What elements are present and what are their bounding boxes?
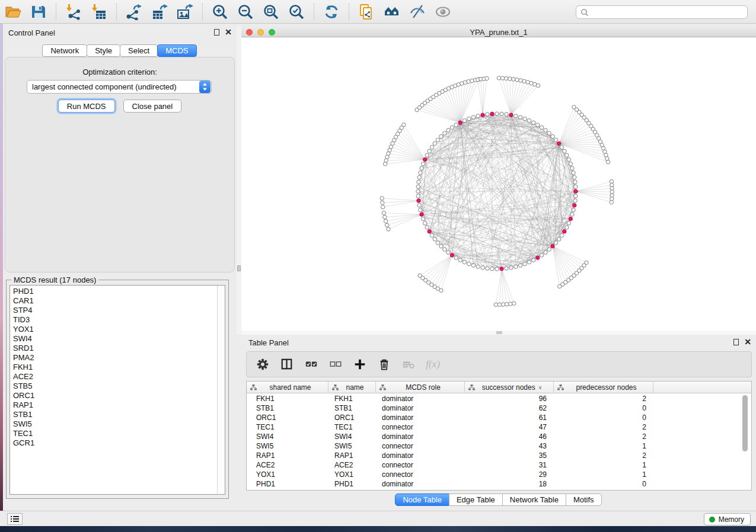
mcds-result-title: MCDS result (17 nodes) bbox=[11, 275, 98, 284]
table-row[interactable]: RAP1RAP1dominator352 bbox=[247, 451, 751, 460]
network-canvas[interactable] bbox=[241, 37, 756, 335]
table-vscrollbar[interactable] bbox=[742, 394, 749, 489]
delete-icon[interactable] bbox=[377, 357, 391, 371]
export-image-icon[interactable] bbox=[177, 4, 193, 20]
memory-label: Memory bbox=[719, 515, 744, 524]
table-row[interactable]: TEC1TEC1connector472 bbox=[247, 422, 751, 432]
mcds-result-item[interactable]: STB5 bbox=[10, 382, 225, 391]
refresh-icon[interactable] bbox=[323, 4, 340, 20]
mcds-result-item[interactable]: TID3 bbox=[10, 315, 225, 325]
gear-icon[interactable] bbox=[256, 357, 270, 371]
close-panel-icon[interactable]: ✕ bbox=[225, 28, 232, 36]
network-window-titlebar[interactable]: YPA_prune.txt_1 bbox=[241, 27, 756, 37]
table-row[interactable]: STB1STB1dominator620 bbox=[247, 403, 751, 413]
import-network-icon[interactable] bbox=[65, 4, 82, 20]
mcds-result-item[interactable]: RAP1 bbox=[10, 400, 225, 410]
float-table-panel-icon[interactable] bbox=[733, 339, 739, 345]
zoom-selected-icon[interactable] bbox=[288, 4, 305, 20]
table-row[interactable]: ACE2ACE2connector311 bbox=[247, 460, 751, 470]
export-table-icon[interactable] bbox=[151, 4, 168, 20]
tab-motifs[interactable]: Motifs bbox=[566, 493, 602, 506]
toolbar-separator bbox=[56, 4, 56, 20]
hide-details-icon[interactable] bbox=[409, 4, 426, 20]
save-icon[interactable] bbox=[30, 4, 47, 20]
search-network-icon[interactable] bbox=[384, 4, 400, 20]
select-all-icon[interactable] bbox=[304, 357, 318, 371]
mcds-result-item[interactable]: YOX1 bbox=[10, 325, 225, 334]
toolbar-separator bbox=[349, 4, 349, 20]
mcds-result-group: MCDS result (17 nodes) PHD1CAR1STP4TID3Y… bbox=[6, 275, 229, 499]
mcds-list-scrollbar[interactable] bbox=[217, 286, 225, 494]
panel-splitter[interactable] bbox=[237, 27, 241, 335]
delete-table-icon bbox=[401, 357, 416, 371]
column-header-successor-nodes[interactable]: successor nodes∨ bbox=[465, 382, 554, 393]
share-document-icon[interactable] bbox=[358, 4, 375, 20]
mcds-result-item[interactable]: SRD1 bbox=[10, 344, 225, 353]
toolbar-separator bbox=[314, 4, 314, 20]
mcds-result-item[interactable]: TEC1 bbox=[10, 429, 225, 438]
tab-style[interactable]: Style bbox=[87, 44, 120, 57]
tab-network[interactable]: Network bbox=[42, 44, 87, 57]
control-panel-title: Control Panel bbox=[8, 28, 55, 37]
zoom-in-icon[interactable] bbox=[212, 4, 228, 20]
tab-edge-table[interactable]: Edge Table bbox=[449, 493, 503, 506]
column-header-MCDS-role[interactable]: MCDS role bbox=[376, 382, 465, 393]
open-folder-icon[interactable] bbox=[5, 4, 21, 20]
mcds-result-list[interactable]: PHD1CAR1STP4TID3YOX1SWI4SRD1PMA2FKH1ACE2… bbox=[9, 285, 225, 495]
list-icon bbox=[10, 515, 20, 523]
mcds-result-item[interactable]: PMA2 bbox=[10, 353, 225, 363]
criterion-dropdown-value: largest connected component (undirected) bbox=[27, 82, 199, 91]
toolbar-separator bbox=[202, 4, 203, 20]
control-panel: Control Panel ✕ NetworkStyleSelectMCDS O… bbox=[3, 24, 237, 511]
close-table-panel-icon[interactable]: ✕ bbox=[744, 338, 751, 345]
tab-network-table[interactable]: Network Table bbox=[502, 493, 566, 506]
search-input[interactable] bbox=[576, 5, 748, 19]
add-icon[interactable] bbox=[353, 357, 367, 371]
memory-button[interactable]: Memory bbox=[704, 513, 751, 525]
deselect-all-icon[interactable] bbox=[328, 357, 343, 371]
toolbar-separator bbox=[116, 4, 117, 20]
task-history-button[interactable] bbox=[7, 513, 23, 525]
table-row[interactable]: YOX1YOX1connector291 bbox=[247, 470, 751, 479]
node-table: shared namenameMCDS rolesuccessor nodes∨… bbox=[246, 381, 752, 491]
criterion-dropdown[interactable]: largest connected component (undirected) bbox=[27, 80, 212, 94]
table-toolbar: f(x) bbox=[246, 351, 752, 377]
mcds-result-item[interactable]: SWI5 bbox=[10, 419, 225, 429]
mcds-result-item[interactable]: SWI4 bbox=[10, 334, 225, 344]
mcds-result-item[interactable]: ACE2 bbox=[10, 372, 225, 382]
status-bar: Memory bbox=[0, 511, 756, 526]
tab-select[interactable]: Select bbox=[120, 44, 158, 57]
show-details-icon[interactable] bbox=[435, 4, 451, 20]
table-row[interactable]: SWI5SWI5connector431 bbox=[247, 441, 751, 451]
table-row[interactable]: SWI4SWI4dominator462 bbox=[247, 432, 751, 441]
mcds-result-item[interactable]: CAR1 bbox=[10, 296, 225, 306]
column-header-name[interactable]: name bbox=[328, 382, 376, 393]
mcds-result-item[interactable]: PHD1 bbox=[10, 287, 225, 296]
mcds-result-item[interactable]: STP4 bbox=[10, 306, 225, 315]
tab-mcds[interactable]: MCDS bbox=[157, 44, 196, 57]
column-header-shared-name[interactable]: shared name bbox=[247, 382, 328, 393]
float-panel-icon[interactable] bbox=[214, 29, 219, 36]
mcds-result-item[interactable]: STB1 bbox=[10, 410, 225, 419]
network-window-title: YPA_prune.txt_1 bbox=[241, 28, 756, 37]
columns-icon[interactable] bbox=[280, 357, 294, 371]
import-table-icon[interactable] bbox=[91, 4, 107, 20]
table-row[interactable]: ORC1ORC1dominator610 bbox=[247, 413, 751, 422]
close-panel-button[interactable]: Close panel bbox=[123, 100, 182, 113]
memory-status-icon bbox=[709, 517, 715, 523]
zoom-out-icon[interactable] bbox=[237, 4, 254, 20]
mcds-result-item[interactable]: ORC1 bbox=[10, 391, 225, 400]
table-panel: Table Panel ✕ f(x) shared namenameMCDS r… bbox=[241, 335, 756, 509]
tab-node-table[interactable]: Node Table bbox=[395, 493, 449, 506]
network-window: YPA_prune.txt_1 bbox=[241, 27, 756, 335]
export-network-icon[interactable] bbox=[126, 4, 142, 20]
network-hscrollbar[interactable] bbox=[241, 331, 756, 335]
column-header-predecessor-nodes[interactable]: predecessor nodes bbox=[554, 382, 653, 393]
table-row[interactable]: FKH1FKH1dominator962 bbox=[247, 394, 751, 403]
mcds-result-item[interactable]: GCR1 bbox=[10, 438, 225, 448]
table-row[interactable]: PHD1PHD1dominator180 bbox=[247, 479, 751, 489]
search-icon bbox=[580, 8, 589, 17]
run-mcds-button[interactable]: Run MCDS bbox=[58, 100, 115, 113]
zoom-fit-icon[interactable] bbox=[263, 4, 279, 20]
mcds-result-item[interactable]: FKH1 bbox=[10, 363, 225, 372]
